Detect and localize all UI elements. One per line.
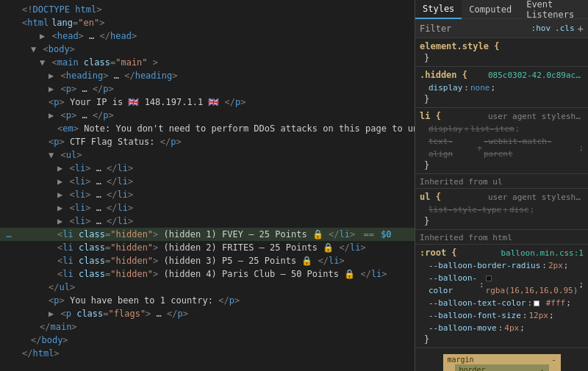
inherited-from-html-label: Inherited from html — [415, 230, 588, 245]
line-body-open[interactable]: ▼ <body> — [0, 43, 415, 56]
ul-selector: ul { — [420, 192, 441, 202]
line-p-flags[interactable]: ▶ <p class="flags"> … </p> — [0, 307, 415, 320]
root-style-section: :root { balloon.min.css:1 --balloon-bord… — [415, 245, 588, 348]
li-selector: li { — [420, 111, 441, 121]
line-li3[interactable]: ▶ <li> … </li> — [0, 188, 415, 201]
line-html: <html lang="en" > — [0, 16, 415, 29]
line-main-close: </main> — [0, 320, 415, 334]
li-display-rule: display : list-item ; — [420, 123, 584, 135]
hidden-source[interactable]: 085c0302-42.0c89ac19:58 — [488, 71, 584, 80]
ul-liststyle-rule: list-style-type : disc ; — [420, 203, 584, 216]
line-heading[interactable]: ▶ <heading> … </heading> — [0, 69, 415, 82]
tab-styles[interactable]: Styles — [415, 0, 462, 19]
devtools-styles-panel: Styles Computed Event Listeners » Filter… — [415, 0, 588, 371]
line-li-hidden4[interactable]: <li class="hidden"> (hidden 4) Paris Clu… — [0, 267, 415, 281]
line-html-close: </html> — [0, 347, 415, 360]
html-source-panel: <!DOCTYPE html> <html lang="en" > ▶ <hea… — [0, 0, 415, 371]
styles-filter-row: Filter :hov .cls + — [415, 19, 588, 38]
hidden-selector: .hidden { — [420, 70, 467, 80]
root-font-size-rule: --balloon-font-size : 12px ; — [420, 309, 584, 322]
li-style-section: li { user agent stylesheet display : lis… — [415, 108, 588, 174]
border-box: border - - - - padding - - - - — [455, 364, 549, 371]
element-style-selector: element.style { — [420, 41, 499, 51]
hidden-style-section: .hidden { 085c0302-42.0c89ac19:58 displa… — [415, 67, 588, 108]
line-p1[interactable]: ▶ <p> … </p> — [0, 82, 415, 96]
inherited-from-ul-label: Inherited from ul — [415, 174, 588, 189]
line-body-close: </body> — [0, 334, 415, 347]
tab-more[interactable]: » — [581, 1, 588, 18]
margin-label: margin — [448, 356, 474, 364]
ul-style-section: ul { user agent stylesheet list-style-ty… — [415, 189, 588, 230]
root-text-color-rule: --balloon-text-color : #fff ; — [420, 297, 584, 309]
li-source: user agent stylesheet — [488, 112, 584, 121]
line-li-hidden2[interactable]: <li class="hidden"> (hidden 2) FRITES – … — [0, 241, 415, 254]
filter-hov-button[interactable]: :hov — [531, 24, 551, 33]
line-doctype: <!DOCTYPE html> — [0, 3, 415, 16]
line-main-open[interactable]: ▼ <main class="main" > — [0, 56, 415, 69]
line-ul-close: </ul> — [0, 281, 415, 294]
line-li-hidden3[interactable]: <li class="hidden"> (hidden 3) P5 – 25 P… — [0, 254, 415, 267]
filter-cls-button[interactable]: .cls — [555, 24, 575, 33]
styles-content-area: element.style { } .hidden { 085c0302-42.… — [415, 38, 588, 371]
line-li2[interactable]: ▶ <li> … </li> — [0, 175, 415, 188]
li-textalign-rule: text-align : -webkit-match-parent ; — [420, 135, 584, 160]
tab-event-listeners[interactable]: Event Listeners — [519, 0, 581, 19]
line-ctf-p: <p> CTF Flag Status: </p> — [0, 135, 415, 148]
ul-source: user agent stylesheet — [488, 192, 584, 202]
line-li4[interactable]: ▶ <li> … </li> — [0, 201, 415, 215]
line-ul-open[interactable]: ▼ <ul> — [0, 148, 415, 162]
box-model-diagram: margin - - - - border - - - - padding — [443, 354, 561, 371]
filter-label: Filter — [420, 24, 451, 34]
line-li5[interactable]: ▶ <li> … </li> — [0, 215, 415, 228]
line-ip-p[interactable]: <p> Your IP is 🇬🇧 148.197.1.1 🇬🇧 </p> — [0, 96, 415, 109]
margin-box: margin - - - - border - - - - padding — [443, 354, 561, 371]
root-source[interactable]: balloon.min.css:1 — [501, 248, 584, 258]
root-balloon-color-rule: --balloon-color : rgba(16,16,16,0.95) ; — [420, 272, 584, 297]
root-selector: :root { — [420, 248, 457, 258]
line-em-note: <em> Note: You don't need to perform DDo… — [0, 122, 415, 135]
balloon-color-swatch[interactable] — [486, 275, 492, 281]
element-style-section: element.style { } — [415, 38, 588, 67]
devtools-tabs: Styles Computed Event Listeners » — [415, 0, 588, 19]
hidden-display-rule: display : none ; — [420, 82, 584, 94]
box-model-section: margin - - - - border - - - - padding — [415, 348, 588, 371]
line-li1[interactable]: ▶ <li> … </li> — [0, 162, 415, 175]
line-li-hidden1[interactable]: … <li class="hidden"> (hidden 1) FVEY – … — [0, 228, 415, 241]
line-head[interactable]: ▶ <head> … </head> — [9, 29, 415, 43]
border-label: border — [459, 366, 486, 371]
tab-computed[interactable]: Computed — [462, 0, 519, 19]
text-color-swatch[interactable] — [534, 300, 539, 306]
line-you-been: <p> You have been to 1 country: </p> — [0, 294, 415, 307]
line-note-p[interactable]: ▶ <p> … </p> — [0, 109, 415, 122]
filter-plus-button[interactable]: + — [578, 23, 584, 35]
root-border-radius-rule: --balloon-border-radius : 2px ; — [420, 259, 584, 272]
root-move-rule: --balloon-move : 4px ; — [420, 322, 584, 334]
